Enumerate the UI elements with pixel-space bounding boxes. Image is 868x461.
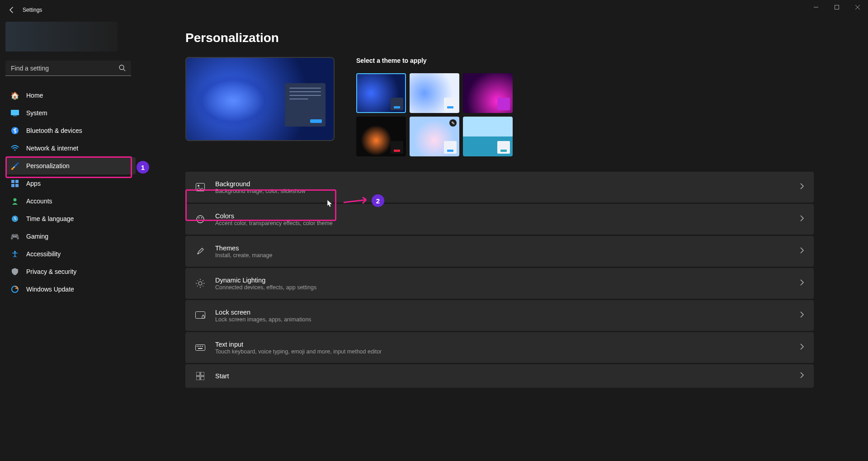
theme-tile[interactable] xyxy=(463,73,513,113)
home-icon: 🏠 xyxy=(11,91,19,99)
sidebar-item-network[interactable]: Network & internet xyxy=(5,140,136,157)
row-desc: Accent color, transparency effects, colo… xyxy=(215,220,790,226)
svg-point-17 xyxy=(198,185,199,187)
sidebar-item-gaming[interactable]: 🎮 Gaming xyxy=(5,228,136,245)
theme-tile[interactable] xyxy=(356,117,406,156)
close-button[interactable] xyxy=(847,0,868,14)
chevron-right-icon xyxy=(800,183,804,191)
chevron-right-icon xyxy=(800,343,804,352)
pin-icon: ✎ xyxy=(449,119,457,127)
search-input[interactable] xyxy=(5,61,131,76)
row-title: Dynamic Lighting xyxy=(215,277,790,284)
sidebar-item-label: Accessibility xyxy=(26,250,61,258)
arrow-left-icon xyxy=(8,6,15,14)
svg-point-18 xyxy=(197,216,204,223)
svg-line-28 xyxy=(203,286,203,287)
svg-rect-11 xyxy=(15,184,19,187)
apps-icon xyxy=(11,179,19,188)
svg-line-27 xyxy=(197,280,198,281)
svg-rect-40 xyxy=(201,372,204,376)
row-colors[interactable]: ColorsAccent color, transparency effects… xyxy=(185,204,814,235)
chevron-right-icon xyxy=(800,215,804,223)
lock-screen-icon xyxy=(195,311,205,320)
theme-tile[interactable] xyxy=(463,117,513,156)
row-desc: Connected devices, effects, app settings xyxy=(215,284,790,291)
update-icon xyxy=(11,285,19,293)
svg-rect-38 xyxy=(198,348,203,349)
row-lock-screen[interactable]: Lock screenLock screen images, apps, ani… xyxy=(185,300,814,331)
svg-rect-5 xyxy=(13,116,17,116)
titlebar: Settings xyxy=(0,0,868,20)
sidebar-item-label: Home xyxy=(26,92,43,99)
theme-tile[interactable]: ✎ xyxy=(410,117,459,156)
sidebar-item-personalization[interactable]: 🖌️ Personalization xyxy=(5,157,136,174)
sidebar-item-bluetooth[interactable]: Bluetooth & devices xyxy=(5,122,136,139)
row-themes[interactable]: ThemesInstall, create, manage xyxy=(185,236,814,267)
row-desc: Touch keyboard, voice typing, emoji and … xyxy=(215,348,790,355)
sidebar-item-accessibility[interactable]: Accessibility xyxy=(5,245,136,263)
theme-tile[interactable] xyxy=(410,73,459,113)
sidebar-item-time[interactable]: Time & language xyxy=(5,210,136,227)
row-title: Lock screen xyxy=(215,309,790,316)
minimize-button[interactable] xyxy=(806,0,826,14)
row-desc: Lock screen images, apps, animations xyxy=(215,316,790,323)
sidebar-item-apps[interactable]: Apps xyxy=(5,175,136,192)
sidebar-item-system[interactable]: System xyxy=(5,104,136,122)
row-desc: Background image, color, slideshow xyxy=(215,188,790,194)
sidebar-item-label: Accounts xyxy=(26,198,52,205)
system-icon xyxy=(11,109,19,117)
svg-rect-8 xyxy=(11,180,14,183)
theme-heading: Select a theme to apply xyxy=(356,57,513,64)
chevron-right-icon xyxy=(800,279,804,287)
svg-rect-42 xyxy=(201,376,204,380)
search-icon xyxy=(118,64,126,71)
main-content: Personalization Select a theme to apply … xyxy=(140,20,868,461)
svg-rect-32 xyxy=(202,316,204,318)
sidebar-item-privacy[interactable]: Privacy & security xyxy=(5,263,136,280)
accessibility-icon xyxy=(11,250,19,258)
svg-rect-1 xyxy=(835,5,839,9)
svg-rect-4 xyxy=(11,110,19,115)
palette-icon xyxy=(195,215,205,224)
settings-rows: BackgroundBackground image, color, slide… xyxy=(185,172,814,388)
maximize-button[interactable] xyxy=(826,0,847,14)
sidebar-item-accounts[interactable]: Accounts xyxy=(5,193,136,210)
svg-point-19 xyxy=(198,217,200,219)
svg-rect-37 xyxy=(202,346,203,347)
person-icon xyxy=(11,197,19,205)
svg-point-7 xyxy=(14,150,16,151)
app-title: Settings xyxy=(23,7,42,13)
svg-rect-39 xyxy=(196,372,200,376)
chevron-right-icon xyxy=(800,247,804,255)
chevron-right-icon xyxy=(800,372,804,380)
sidebar-item-label: System xyxy=(26,109,47,117)
gaming-icon: 🎮 xyxy=(11,232,19,240)
svg-line-3 xyxy=(123,69,125,71)
keyboard-icon xyxy=(195,344,205,351)
row-background[interactable]: BackgroundBackground image, color, slide… xyxy=(185,172,814,202)
page-title: Personalization xyxy=(185,31,814,45)
theme-tile[interactable] xyxy=(356,73,406,113)
svg-point-12 xyxy=(14,198,17,202)
clock-icon xyxy=(11,215,19,223)
sidebar-item-label: Time & language xyxy=(26,215,74,222)
back-button[interactable] xyxy=(4,2,20,18)
row-title: Text input xyxy=(215,341,790,348)
row-start[interactable]: Start xyxy=(185,364,814,388)
svg-rect-16 xyxy=(196,183,205,191)
sidebar-item-home[interactable]: 🏠 Home xyxy=(5,87,136,104)
bluetooth-icon xyxy=(11,127,19,135)
chevron-right-icon xyxy=(800,311,804,320)
brush-icon xyxy=(195,247,205,256)
row-text-input[interactable]: Text inputTouch keyboard, voice typing, … xyxy=(185,332,814,363)
svg-line-29 xyxy=(197,286,198,287)
svg-rect-9 xyxy=(15,180,19,183)
sidebar-item-label: Windows Update xyxy=(26,286,74,293)
svg-line-30 xyxy=(203,280,203,281)
sidebar-item-update[interactable]: Windows Update xyxy=(5,281,136,298)
sidebar-item-label: Apps xyxy=(26,180,41,187)
window-controls xyxy=(806,0,868,14)
profile-block[interactable] xyxy=(5,22,118,52)
row-dynamic-lighting[interactable]: Dynamic LightingConnected devices, effec… xyxy=(185,268,814,299)
row-title: Colors xyxy=(215,212,790,220)
